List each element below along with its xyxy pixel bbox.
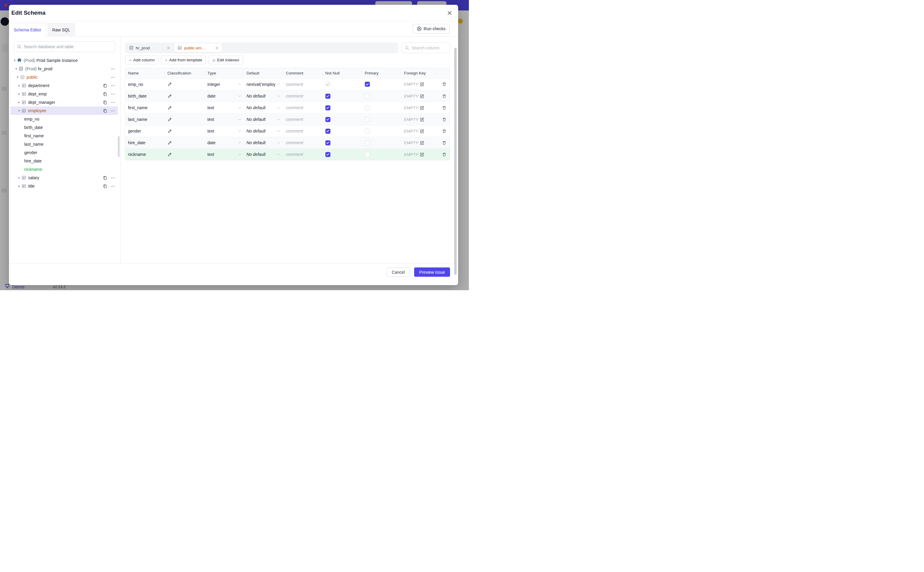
column-name-value[interactable]: gender bbox=[128, 129, 141, 134]
more-actions-icon[interactable] bbox=[110, 108, 115, 113]
copy-icon[interactable] bbox=[102, 175, 108, 180]
pencil-icon[interactable] bbox=[167, 106, 172, 110]
pencil-icon[interactable] bbox=[167, 141, 172, 145]
tree-item-prod-sample-instance[interactable]: ▾(Prod) Prod Sample Instance bbox=[11, 56, 118, 65]
copy-icon[interactable] bbox=[102, 183, 108, 189]
edit-square-icon[interactable] bbox=[420, 117, 424, 122]
more-actions-icon[interactable] bbox=[110, 75, 115, 80]
tree-search-input[interactable] bbox=[14, 41, 115, 52]
type-select[interactable]: text bbox=[208, 105, 242, 110]
checkbox[interactable] bbox=[326, 105, 330, 110]
checkbox[interactable] bbox=[326, 152, 330, 157]
more-actions-icon[interactable] bbox=[110, 99, 115, 105]
close-tab-icon[interactable] bbox=[167, 47, 170, 50]
column-name-value[interactable]: nickname bbox=[128, 152, 146, 157]
checkbox[interactable] bbox=[326, 129, 330, 134]
checkbox[interactable] bbox=[365, 129, 370, 134]
tree-item-dept_emp[interactable]: ▸dept_emp bbox=[11, 90, 118, 98]
checkbox[interactable] bbox=[365, 94, 370, 99]
edit-square-icon[interactable] bbox=[420, 129, 424, 134]
add-from-template-button[interactable]: + Add from template bbox=[161, 56, 206, 64]
default-select[interactable]: No default bbox=[247, 140, 281, 145]
column-name-value[interactable]: birth_date bbox=[128, 94, 147, 98]
caret-right-icon[interactable]: ▸ bbox=[17, 176, 22, 179]
default-select[interactable]: No default bbox=[247, 152, 281, 157]
comment-input[interactable]: comment bbox=[286, 152, 303, 157]
checkbox[interactable] bbox=[365, 152, 370, 157]
tree-item-dept_manager[interactable]: ▸dept_manager bbox=[11, 98, 118, 107]
pencil-icon[interactable] bbox=[167, 94, 172, 98]
caret-right-icon[interactable]: ▸ bbox=[17, 185, 22, 188]
type-select[interactable]: integer bbox=[208, 82, 242, 87]
caret-right-icon[interactable]: ▸ bbox=[17, 92, 22, 95]
tree-item-hr_prod[interactable]: ▾(Prod) hr_prod bbox=[11, 65, 118, 73]
tree-column-hire_date[interactable]: hire_date bbox=[11, 157, 118, 165]
trash-icon[interactable] bbox=[442, 129, 446, 134]
trash-icon[interactable] bbox=[442, 141, 446, 145]
tab-raw-sql[interactable]: Raw SQL bbox=[48, 23, 75, 36]
more-actions-icon[interactable] bbox=[110, 175, 115, 180]
trash-icon[interactable] bbox=[442, 106, 446, 110]
default-select[interactable]: No default bbox=[247, 105, 281, 110]
tree-item-public[interactable]: ▾public bbox=[11, 73, 118, 81]
default-select[interactable]: nextval('employ bbox=[247, 82, 281, 87]
tree-item-department[interactable]: ▸department bbox=[11, 81, 118, 90]
caret-down-icon[interactable]: ▾ bbox=[17, 109, 22, 112]
type-select[interactable]: date bbox=[208, 140, 242, 145]
tree-column-gender[interactable]: gender bbox=[11, 148, 118, 157]
type-select[interactable]: text bbox=[208, 152, 242, 157]
trash-icon[interactable] bbox=[442, 117, 446, 122]
checkbox[interactable] bbox=[326, 117, 330, 122]
pencil-icon[interactable] bbox=[167, 117, 172, 122]
default-select[interactable]: No default bbox=[247, 94, 281, 98]
close-tab-icon[interactable] bbox=[215, 47, 219, 50]
edit-indexes-button[interactable]: ◇ Edit indexes bbox=[208, 56, 243, 64]
edit-square-icon[interactable] bbox=[420, 106, 424, 110]
more-actions-icon[interactable] bbox=[110, 183, 115, 189]
checkbox[interactable] bbox=[326, 94, 330, 99]
tab-schema-editor[interactable]: Schema Editor bbox=[9, 23, 46, 36]
add-column-button[interactable]: + Add column bbox=[125, 56, 158, 64]
trash-icon[interactable] bbox=[442, 82, 446, 87]
column-name-value[interactable]: first_name bbox=[128, 105, 147, 110]
edit-square-icon[interactable] bbox=[420, 94, 424, 98]
checkbox[interactable] bbox=[365, 117, 370, 122]
cancel-button[interactable]: Cancel bbox=[387, 267, 410, 277]
comment-input[interactable]: comment bbox=[286, 129, 303, 134]
close-icon[interactable] bbox=[446, 9, 453, 16]
caret-right-icon[interactable]: ▸ bbox=[17, 84, 22, 87]
checkbox[interactable] bbox=[365, 105, 370, 110]
tree-item-title[interactable]: ▸title bbox=[11, 182, 118, 190]
tree-item-employee[interactable]: ▾employee bbox=[11, 107, 118, 115]
edit-square-icon[interactable] bbox=[420, 141, 424, 145]
default-select[interactable]: No default bbox=[247, 117, 281, 122]
caret-down-icon[interactable]: ▾ bbox=[15, 76, 20, 79]
run-checks-button[interactable]: Run checks bbox=[412, 24, 450, 34]
checkbox[interactable] bbox=[365, 82, 370, 87]
tree-column-first_name[interactable]: first_name bbox=[11, 132, 118, 140]
column-name-value[interactable]: emp_no bbox=[128, 82, 143, 87]
type-select[interactable]: text bbox=[208, 117, 242, 122]
trash-icon[interactable] bbox=[442, 152, 446, 157]
caret-down-icon[interactable]: ▾ bbox=[12, 59, 17, 62]
editor-tab-public-em-[interactable]: public.em... bbox=[174, 44, 222, 52]
tree-item-salary[interactable]: ▸salary bbox=[11, 174, 118, 182]
tree-column-birth_date[interactable]: birth_date bbox=[11, 123, 118, 132]
copy-icon[interactable] bbox=[102, 99, 108, 105]
comment-input[interactable]: comment bbox=[286, 94, 303, 98]
edit-square-icon[interactable] bbox=[420, 82, 424, 87]
more-actions-icon[interactable] bbox=[110, 83, 115, 88]
pencil-icon[interactable] bbox=[167, 129, 172, 134]
more-actions-icon[interactable] bbox=[110, 91, 115, 96]
copy-icon[interactable] bbox=[102, 108, 108, 113]
tree-column-emp_no[interactable]: emp_no bbox=[11, 115, 118, 123]
pencil-icon[interactable] bbox=[167, 82, 172, 87]
copy-icon[interactable] bbox=[102, 91, 108, 96]
checkbox[interactable] bbox=[326, 140, 330, 145]
type-select[interactable]: date bbox=[208, 94, 242, 98]
caret-down-icon[interactable]: ▾ bbox=[14, 67, 19, 70]
comment-input[interactable]: comment bbox=[286, 82, 303, 87]
type-select[interactable]: text bbox=[208, 129, 242, 134]
pencil-icon[interactable] bbox=[167, 152, 172, 157]
comment-input[interactable]: comment bbox=[286, 140, 303, 145]
